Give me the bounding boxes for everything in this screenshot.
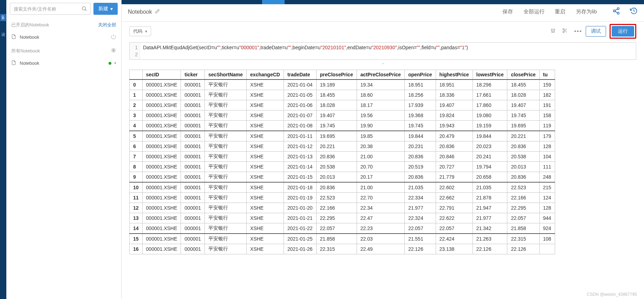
history-icon[interactable] [630,7,638,17]
cell-index: 6 [130,141,143,152]
cell-exchangeCD: XSHE [247,182,284,193]
svg-line-13 [564,30,565,31]
cell-actPreClosePrice: 22.34 [357,203,404,213]
collapse-toggle[interactable] [129,60,636,68]
cell-lowestPrice: 21.977 [473,213,507,223]
search-input[interactable] [10,6,78,12]
cell-secID: 000001.XSHE [142,152,181,162]
cell-secShortName: 平安银行 [205,213,247,223]
cell-highestPrice: 18.951 [436,79,473,90]
power-icon[interactable] [111,34,116,40]
chevron-right-icon[interactable] [111,47,116,54]
col-preClosePrice: preClosePrice [316,70,357,80]
table-row: 11000001.XSHE000001平安银行XSHE2021-01-1922.… [130,193,555,203]
cell-tu: 128 [539,141,555,152]
cell-lowestPrice: 17.661 [473,90,507,100]
cell-lowestPrice: 21.035 [473,182,507,193]
cell-secID: 000001.XSHE [142,141,181,152]
cell-openPrice: 20.836 [404,152,436,162]
opened-notebook-item[interactable]: Notebook [6,31,121,43]
edit-icon[interactable] [155,9,160,15]
col-secID: secID [142,70,181,80]
cell-tradeDate: 2021-01-11 [284,131,316,141]
strip-tab-settings[interactable]: 设 [0,28,7,31]
chevron-down-icon[interactable]: ▾ [114,61,116,65]
cell-ticker: 000001 [181,121,205,131]
strip-tab-notebook[interactable]: ok [0,14,6,21]
run-button[interactable]: 运行 [612,26,634,37]
cell-tu: 179 [539,131,555,141]
cell-tu: 111 [539,162,555,172]
code-cell[interactable]: 12 DataAPI.MktEqudAdjGet(secID=u"",ticke… [129,42,636,60]
all-notebook-name: Notebook [20,61,39,66]
output-table-wrap: secIDtickersecShortNameexchangeCDtradeDa… [129,70,636,254]
cell-highestPrice: 20.846 [436,152,473,162]
share-icon[interactable] [612,7,620,17]
close-all-link[interactable]: 关闭全部 [98,22,116,28]
cell-tu: 944 [539,213,555,223]
run-all-link[interactable]: 全部运行 [523,8,545,14]
table-row: 8000001.XSHE000001平安银行XSHE2021-01-1420.5… [130,162,555,172]
search-icon[interactable] [78,6,90,12]
cell-highestPrice: 19.943 [436,121,473,131]
cut-icon[interactable] [562,28,568,35]
more-icon[interactable]: ••• [574,28,582,34]
col-openPrice: openPrice [404,70,436,80]
cell-index: 10 [130,182,143,193]
cell-actPreClosePrice: 20.17 [357,172,404,183]
table-row: 13000001.XSHE000001平安银行XSHE2021-01-2122.… [130,213,555,223]
trash-icon[interactable] [550,28,556,35]
cell-tradeDate: 2021-01-21 [284,213,316,223]
cell-preClosePrice: 22.295 [316,213,357,223]
cell-tradeDate: 2021-01-08 [284,121,316,131]
new-button[interactable]: 新建 ▾ [93,3,118,15]
col-tradeDate: tradeDate [284,70,316,80]
table-row: 14000001.XSHE000001平安银行XSHE2021-01-2222.… [130,223,555,234]
cell-index: 13 [130,213,143,223]
notebook-area: 12 DataAPI.MktEqudAdjGet(secID=u"",ticke… [122,42,644,299]
cell-secShortName: 平安银行 [205,244,247,254]
cell-secShortName: 平安银行 [205,203,247,213]
cell-highestPrice: 22.662 [436,193,473,203]
cell-lowestPrice: 19.159 [473,121,507,131]
restart-link[interactable]: 重启 [555,8,565,14]
chevron-down-icon: ▾ [110,6,113,12]
debug-button[interactable]: 调试 [586,26,606,37]
cell-closePrice: 19.745 [507,110,539,121]
cell-secID: 000001.XSHE [142,213,181,223]
code-content[interactable]: DataAPI.MktEqudAdjGet(secID=u"",ticker=u… [140,43,471,59]
cell-actPreClosePrice: 18.60 [357,90,404,100]
cell-ticker: 000001 [181,223,205,234]
table-row: 2000001.XSHE000001平安银行XSHE2021-01-0618.0… [130,100,555,110]
cell-secID: 000001.XSHE [142,182,181,193]
cell-tu: 182 [539,90,555,100]
save-as-link[interactable]: 另存为lib [576,8,597,14]
cell-tu: 159 [539,79,555,90]
svg-point-9 [563,28,564,30]
cell-index: 2 [130,100,143,110]
cell-ticker: 000001 [181,213,205,223]
table-row: 5000001.XSHE000001平安银行XSHE2021-01-1119.6… [130,131,555,141]
cell-preClosePrice: 22.057 [316,223,357,234]
watermark: CSDN @weixin_43867795 [587,292,637,297]
col-highestPrice: highestPrice [436,70,473,80]
cell-closePrice: 19.695 [507,121,539,131]
cell-ticker: 000001 [181,152,205,162]
cell-preClosePrice: 22.523 [316,193,357,203]
cell-actPreClosePrice: 20.70 [357,162,404,172]
cell-closePrice: 22.166 [507,193,539,203]
all-notebook-item[interactable]: Notebook ▾ [6,57,121,69]
cell-secShortName: 平安银行 [205,90,247,100]
cell-index: 5 [130,131,143,141]
cell-preClosePrice: 18.028 [316,100,357,110]
cell-highestPrice: 23.138 [436,244,473,254]
cell-exchangeCD: XSHE [247,100,284,110]
cell-type-dropdown[interactable]: 代码 ▼ [129,26,151,36]
cell-preClosePrice: 20.836 [316,152,357,162]
header: Notebook 保存 全部运行 重启 另存为lib [122,4,644,21]
cell-openPrice: 22.126 [404,244,436,254]
cell-actPreClosePrice: 22.23 [357,223,404,234]
save-link[interactable]: 保存 [502,8,513,14]
cell-closePrice: 22.057 [507,213,539,223]
cell-exchangeCD: XSHE [247,121,284,131]
